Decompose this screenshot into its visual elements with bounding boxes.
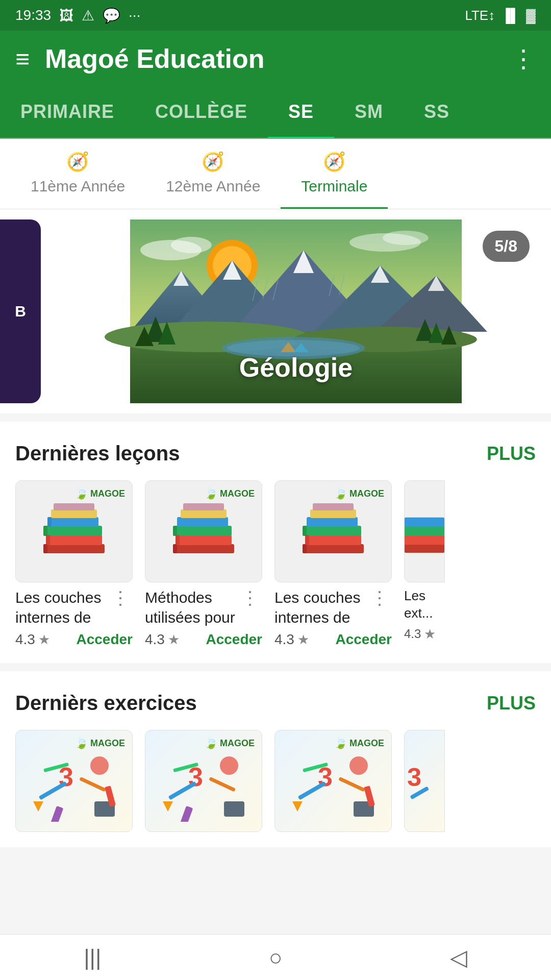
tab-ss[interactable]: SS — [404, 87, 470, 138]
lesson-card-img-4 — [404, 480, 445, 582]
lesson-options-1[interactable]: ⋮ — [108, 587, 133, 609]
svg-rect-61 — [303, 544, 307, 553]
lessons-section-title: Dernières leçons — [15, 442, 180, 465]
exercises-section-header: Dernièrs exercices PLUS — [15, 692, 536, 715]
svg-rect-62 — [305, 535, 309, 545]
lesson-card-2[interactable]: 🍃 MAGOE Méthodes utilisées pou — [145, 480, 262, 648]
svg-rect-43 — [46, 535, 50, 545]
bottom-nav: ||| ○ ◁ — [0, 934, 551, 980]
lesson-access-3[interactable]: Acceder — [335, 631, 392, 648]
hero-card-partial: B — [0, 219, 41, 403]
lessons-section-header: Dernières leçons PLUS — [15, 442, 536, 465]
nav-menu-button[interactable]: ||| — [63, 940, 121, 975]
exercises-cards-row: 🍃 MAGOE 3 — [15, 730, 536, 832]
svg-rect-67 — [405, 518, 444, 527]
magoe-logo-2: 🍃 MAGOE — [204, 487, 255, 500]
exercise-card-4[interactable]: 3 — [404, 730, 521, 832]
lesson-rating-2: 4.3 ★ — [145, 631, 180, 648]
exercise-img-4: 3 — [404, 730, 445, 832]
lesson-title-1: Les couches internes de — [15, 587, 108, 627]
svg-rect-41 — [54, 503, 94, 510]
nav-home-button[interactable]: ○ — [248, 940, 303, 975]
svg-rect-64 — [405, 544, 444, 553]
svg-rect-49 — [177, 517, 228, 527]
category-tabs: PRIMAIRE COLLÈGE SE SM SS — [0, 87, 551, 139]
svg-rect-36 — [43, 544, 105, 553]
exercise-magoe-logo-2: 🍃 MAGOE — [204, 737, 255, 750]
app-title: Magoé Education — [45, 43, 511, 74]
magoe-logo-3: 🍃 MAGOE — [334, 487, 384, 500]
svg-rect-75 — [51, 806, 63, 822]
star-icon-2: ★ — [168, 632, 180, 648]
lesson-card-img-3: 🍃 MAGOE — [274, 480, 392, 582]
svg-point-5 — [171, 237, 212, 253]
exercise-img-2: 🍃 MAGOE 3 — [145, 730, 262, 832]
photo-icon: 🖼 — [59, 7, 73, 24]
tab-se[interactable]: SE — [268, 87, 334, 139]
hero-carousel-card[interactable]: 5/8 Géologie — [51, 219, 541, 403]
svg-rect-52 — [173, 544, 177, 553]
svg-marker-91 — [292, 801, 303, 812]
svg-rect-39 — [47, 517, 98, 527]
lesson-info-1: Les couches internes de ⋮ 4.3 ★ Acceder — [15, 582, 133, 648]
exercise-img-1: 🍃 MAGOE 3 — [15, 730, 133, 832]
lesson-rating-3: 4.3 ★ — [274, 631, 309, 648]
exercises-more-button[interactable]: PLUS — [487, 693, 536, 714]
carousel-badge: 5/8 — [483, 231, 530, 262]
tab-sm[interactable]: SM — [334, 87, 404, 138]
nav-back-button[interactable]: ◁ — [430, 939, 488, 975]
lesson-card-img-1: 🍃 MAGOE — [15, 480, 133, 582]
overflow-menu-icon[interactable]: ⋮ — [511, 44, 536, 73]
lte-icon: LTE↕ — [465, 8, 495, 23]
lesson-title-3: Les couches internes de — [274, 587, 367, 627]
hamburger-menu-icon[interactable]: ≡ — [15, 45, 30, 73]
lesson-card-3[interactable]: 🍃 MAGOE Les couches internes d — [274, 480, 392, 648]
svg-marker-74 — [33, 801, 43, 812]
partial-card-label: B — [15, 303, 26, 320]
svg-point-7 — [383, 231, 429, 245]
lesson-options-2[interactable]: ⋮ — [238, 587, 262, 609]
lesson-card-1[interactable]: 🍃 MAGOE — [15, 480, 133, 648]
magoe-logo-1: 🍃 MAGOE — [74, 487, 125, 500]
status-time: 19:33 — [15, 7, 51, 23]
last-lessons-section: Dernières leçons PLUS 🍃 MAGOE — [0, 422, 551, 663]
exercise-card-3[interactable]: 🍃 MAGOE 3 — [274, 730, 392, 832]
exercise-leaf-icon-1: 🍃 — [74, 737, 88, 750]
tab-primaire[interactable]: PRIMAIRE — [0, 87, 135, 138]
svg-text:3: 3 — [407, 763, 421, 792]
hero-section: B — [0, 209, 551, 413]
compass-icon-12: 🧭 — [202, 151, 224, 173]
star-icon-3: ★ — [297, 632, 309, 648]
svg-rect-50 — [181, 509, 227, 518]
svg-rect-37 — [46, 535, 102, 545]
leaf-icon-2: 🍃 — [204, 487, 218, 500]
compass-icon-terminale: 🧭 — [323, 151, 346, 173]
whatsapp-icon: 💬 — [103, 7, 120, 24]
exercise-img-3: 🍃 MAGOE 3 — [274, 730, 392, 832]
svg-rect-40 — [51, 509, 97, 518]
svg-marker-83 — [163, 801, 173, 812]
lesson-card-4[interactable]: Les ext... 4.3 ★ — [404, 480, 521, 648]
subtab-terminale-label: Terminale — [301, 178, 367, 195]
status-left: 19:33 🖼 ⚠ 💬 ··· — [15, 7, 140, 24]
subtab-terminale[interactable]: 🧭 Terminale — [281, 139, 388, 209]
svg-rect-51 — [183, 503, 224, 510]
subtab-12eme[interactable]: 🧭 12ème Année — [145, 139, 281, 209]
exercise-card-1[interactable]: 🍃 MAGOE 3 — [15, 730, 133, 832]
lesson-access-2[interactable]: Acceder — [206, 631, 262, 648]
subtab-11eme[interactable]: 🧭 11ème Année — [10, 139, 145, 209]
more-status-icon: ··· — [129, 7, 140, 23]
tab-college[interactable]: COLLÈGE — [135, 87, 268, 138]
lesson-rating-4: 4.3 ★ — [404, 626, 436, 642]
svg-rect-46 — [173, 544, 234, 553]
lesson-access-1[interactable]: Acceder — [76, 631, 133, 648]
lesson-options-3[interactable]: ⋮ — [367, 587, 392, 609]
app-bar: ≡ Magoé Education ⋮ — [0, 31, 551, 87]
exercises-section-title: Dernièrs exercices — [15, 692, 197, 715]
exercise-card-2[interactable]: 🍃 MAGOE 3 — [145, 730, 262, 832]
exercise-leaf-icon-3: 🍃 — [334, 737, 347, 750]
lessons-more-button[interactable]: PLUS — [487, 443, 536, 464]
svg-rect-55 — [303, 544, 364, 553]
last-exercises-section: Dernièrs exercices PLUS 🍃 MAGOE 3 — [0, 671, 551, 847]
svg-rect-66 — [405, 526, 444, 536]
